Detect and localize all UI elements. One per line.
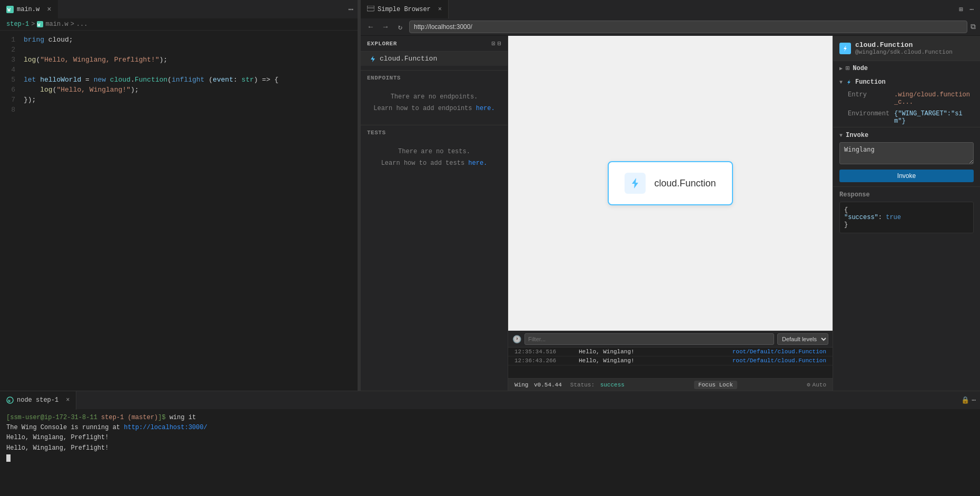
invoke-label: ▼ Invoke	[839, 132, 974, 139]
focus-lock-badge: Focus Lock	[694, 381, 737, 389]
forward-button[interactable]: →	[380, 21, 391, 33]
tests-section-header: TESTS	[361, 125, 508, 140]
node-section-label: Node	[853, 65, 868, 72]
explorer-header: EXPLORER ⊡ ⊟	[361, 36, 508, 52]
url-bar[interactable]	[409, 21, 967, 33]
refresh-button[interactable]: ↻	[394, 21, 406, 33]
log-source-1[interactable]: root/Default/cloud.Function	[732, 349, 826, 355]
node-section-icon: ⊞	[846, 64, 849, 72]
browser-tab-label: Simple Browser	[378, 6, 431, 13]
code-editor[interactable]: 1 bring cloud; 2 3 log("Hello, Winglang,…	[0, 31, 358, 391]
open-external-button[interactable]: ⧉	[971, 23, 976, 31]
log-time-1: 12:35:34.516	[514, 349, 572, 355]
editor-more-button[interactable]: ⋯	[344, 4, 358, 15]
terminal-tab[interactable]: N node step-1 ×	[0, 391, 76, 410]
close-browser-button[interactable]: ⋯	[967, 4, 976, 15]
resource-icon	[839, 43, 851, 54]
response-content: { "success": true }	[839, 202, 974, 233]
svg-text:W: W	[7, 7, 11, 13]
cloud-function-card[interactable]: cloud.Function	[608, 161, 732, 205]
log-toolbar: 🕐 Default levels	[508, 331, 833, 348]
terminal-output-3: Hello, Winglang, Preflight!	[6, 443, 974, 453]
terminal-content[interactable]: [ssm-user@ip-172-31-8-11 step-1 (master)…	[0, 410, 980, 496]
terminal-prompt-line: [ssm-user@ip-172-31-8-11 step-1 (master)…	[6, 413, 974, 423]
tests-learn-text: Learn how to add tests here.	[369, 158, 499, 170]
breadcrumb-part3: ...	[76, 21, 88, 28]
explorer-item-label: cloud.Function	[380, 55, 437, 63]
environment-value: {"WING_TARGET":"sim"}	[894, 110, 974, 125]
endpoints-empty-text: There are no endpoints.	[369, 92, 499, 103]
breadcrumb-part2: main.w	[45, 21, 68, 28]
code-line-3: 3 log("Hello, Winglang, Preflight!");	[0, 55, 358, 65]
log-row-2: 12:36:43.266 Hello, Winglang! root/Defau…	[508, 356, 833, 365]
explorer-collapse-button[interactable]: ⊟	[498, 40, 501, 47]
log-panel: 🕐 Default levels 12:35:34.516 Hello, Win…	[508, 331, 833, 378]
code-line-4: 4	[0, 65, 358, 75]
breadcrumb-sep1: >	[31, 21, 35, 28]
browser-toolbar: ← → ↻ ⧉	[361, 18, 980, 36]
back-button[interactable]: ←	[365, 21, 377, 33]
editor-tab-close[interactable]: ×	[47, 5, 51, 14]
invoke-textarea[interactable]: Winglang	[839, 142, 974, 164]
log-time-2: 12:36:43.266	[514, 358, 572, 364]
svg-marker-6	[371, 56, 375, 62]
invoke-button[interactable]: Invoke	[839, 170, 974, 182]
code-line-6: 6 log("Hello, Winglang!");	[0, 85, 358, 95]
wing-status-text: Status: success	[570, 382, 625, 388]
terminal-cursor	[6, 454, 11, 462]
code-line-2: 2	[0, 45, 358, 55]
wing-icon: W	[6, 6, 14, 13]
cloud-function-card-icon	[625, 173, 646, 194]
wing-version: Wing v0.54.44	[514, 382, 562, 388]
terminal-output-1: The Wing Console is running at http://lo…	[6, 423, 974, 433]
terminal-lock-button[interactable]: 🔒	[961, 396, 969, 404]
browser-tab-close[interactable]: ×	[438, 6, 442, 13]
browser-tab-actions: ⊞ ⋯	[953, 4, 980, 15]
main-visualization[interactable]: cloud.Function	[508, 36, 833, 331]
terminal-more-button[interactable]: ⋯	[972, 396, 976, 404]
log-source-2[interactable]: root/Default/cloud.Function	[732, 358, 826, 364]
resource-header: cloud.Function @winglang/sdk.cloud.Funct…	[833, 36, 980, 61]
function-section-label: Function	[855, 78, 886, 86]
breadcrumb-part1: step-1	[6, 21, 29, 28]
explorer-expand-button[interactable]: ⊡	[492, 40, 496, 47]
breadcrumb-sep2: >	[71, 21, 74, 28]
endpoints-section: There are no endpoints. Learn how to add…	[361, 85, 508, 121]
browser-tab[interactable]: Simple Browser ×	[361, 0, 449, 18]
cloud-function-card-label: cloud.Function	[654, 178, 716, 189]
terminal-output-2: Hello, Winglang, Preflight!	[6, 433, 974, 443]
function-group-header[interactable]: ▼ Function	[833, 75, 980, 89]
explorer-title: EXPLORER	[367, 41, 397, 47]
log-filter-input[interactable]	[524, 333, 774, 345]
entry-value: .wing/cloud.function_c...	[894, 91, 974, 106]
terminal-panel: N node step-1 × 🔒 ⋯ [ssm-user@ip-172-31-…	[0, 391, 980, 496]
explorer-item-cloud-function[interactable]: cloud.Function	[361, 52, 508, 66]
right-panel: cloud.Function @winglang/sdk.cloud.Funct…	[833, 36, 980, 391]
wing-status-bar: Wing v0.54.44 Status: success Focus Lock…	[508, 378, 833, 391]
log-level-select[interactable]: Default levels	[777, 333, 828, 345]
breadcrumb: step-1 > W main.w > ...	[0, 18, 358, 31]
entry-label: Entry	[848, 91, 890, 98]
response-section: Response { "success": true }	[833, 186, 980, 237]
split-editor-button[interactable]: ⊞	[957, 4, 965, 15]
editor-tab-label: main.w	[17, 6, 39, 13]
node-group-header[interactable]: ▶ ⊞ Node	[833, 61, 980, 75]
svg-rect-4	[367, 6, 374, 11]
svg-marker-7	[632, 178, 638, 189]
svg-text:N: N	[8, 399, 11, 403]
terminal-actions: 🔒 ⋯	[957, 396, 980, 404]
log-row-1: 12:35:34.516 Hello, Winglang! root/Defau…	[508, 348, 833, 356]
endpoints-learn-link[interactable]: here.	[476, 105, 495, 112]
endpoints-learn-text: Learn how to add endpoints here.	[369, 103, 499, 115]
tests-learn-link[interactable]: here.	[468, 160, 487, 167]
svg-marker-9	[847, 80, 850, 85]
terminal-tab-close[interactable]: ×	[66, 396, 70, 404]
editor-tab-main[interactable]: W main.w ×	[0, 0, 58, 18]
endpoints-section-header: ENDPOINTS	[361, 70, 508, 85]
environment-label: Environment	[848, 110, 890, 117]
invoke-section: ▼ Invoke Winglang Invoke	[833, 127, 980, 186]
terminal-tab-label: node step-1	[17, 396, 58, 404]
terminal-cursor-line	[6, 453, 974, 463]
auto-label: ⚙ Auto	[807, 381, 826, 388]
terminal-tab-bar: N node step-1 × 🔒 ⋯	[0, 391, 980, 410]
